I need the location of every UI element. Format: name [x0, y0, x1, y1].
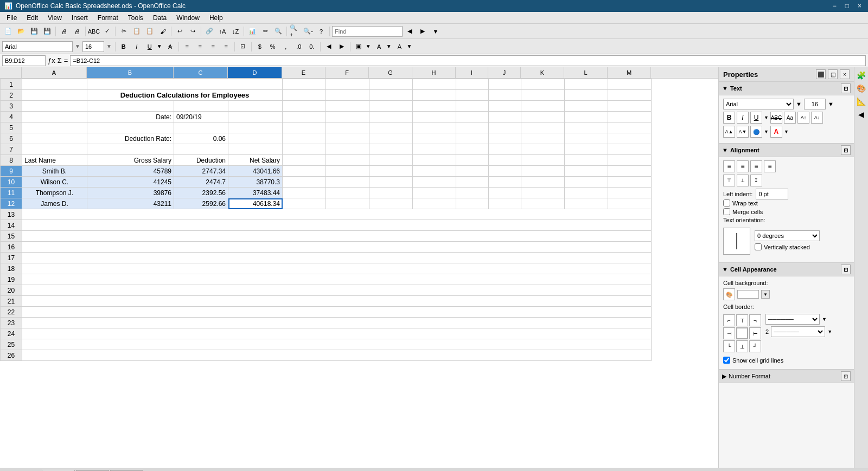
- cell-c10[interactable]: 2474.7: [174, 177, 228, 188]
- cell-appearance-section-header[interactable]: ▼ Cell Appearance ⊡: [719, 263, 854, 276]
- cell-bg-color-dropdown[interactable]: ▼: [761, 290, 770, 299]
- cell-a24[interactable]: [22, 328, 652, 339]
- row-num-7[interactable]: 7: [1, 144, 22, 155]
- menu-edit[interactable]: Edit: [22, 13, 42, 23]
- cell-e8[interactable]: [283, 155, 326, 166]
- col-header-e[interactable]: E: [282, 67, 326, 78]
- zoom-out-button[interactable]: 🔍-: [302, 25, 314, 37]
- cell-a4[interactable]: [22, 112, 87, 122]
- cell-k12[interactable]: [521, 198, 565, 209]
- cut-button[interactable]: ✂: [118, 25, 130, 37]
- wrap-text-checkbox[interactable]: [723, 199, 730, 207]
- cell-j11[interactable]: [489, 188, 521, 198]
- border-btn-tr[interactable]: ¬: [749, 314, 761, 326]
- cell-j6[interactable]: [489, 133, 521, 144]
- border-btn-top[interactable]: ⊤: [736, 314, 748, 326]
- text-abc-strikethrough[interactable]: ABC: [770, 112, 782, 124]
- strikethrough-button[interactable]: A: [164, 41, 176, 53]
- cell-i5[interactable]: [456, 122, 489, 133]
- cell-b8-grossheader[interactable]: Gross Salary: [87, 155, 174, 166]
- valign-top[interactable]: ⊤: [723, 175, 735, 186]
- text-aa-button[interactable]: Aa: [784, 112, 796, 124]
- cell-d9[interactable]: 43041.66: [228, 166, 283, 177]
- cell-e6[interactable]: [283, 133, 326, 144]
- border-arrow[interactable]: ▼: [366, 43, 371, 49]
- cell-a23[interactable]: [22, 318, 652, 328]
- cell-reference-input[interactable]: [2, 55, 46, 66]
- save-as-button[interactable]: 💾: [41, 25, 53, 37]
- cell-h7[interactable]: [413, 144, 456, 155]
- sum-icon[interactable]: Σ: [58, 56, 62, 64]
- cell-f1[interactable]: [326, 79, 369, 90]
- border-btn-bottom[interactable]: ⊥: [736, 340, 748, 352]
- cell-d4[interactable]: [228, 112, 283, 122]
- menu-data[interactable]: Data: [149, 13, 171, 23]
- orientation-select[interactable]: 0 degrees: [755, 230, 820, 241]
- cell-k7[interactable]: [521, 144, 565, 155]
- cell-a2[interactable]: [22, 90, 87, 101]
- cell-b11[interactable]: 39876: [87, 188, 174, 198]
- valign-mid[interactable]: ⊥: [737, 175, 749, 186]
- cell-j7[interactable]: [489, 144, 521, 155]
- cell-f5[interactable]: [326, 122, 369, 133]
- text-section-expand-btn[interactable]: ⊡: [841, 83, 851, 93]
- cell-b9[interactable]: 45789: [87, 166, 174, 177]
- cell-g10[interactable]: [369, 177, 413, 188]
- row-num-23[interactable]: 23: [1, 318, 22, 328]
- props-icon-2[interactable]: ◱: [828, 69, 838, 79]
- col-header-m[interactable]: M: [608, 67, 651, 78]
- help-button[interactable]: ?: [315, 25, 327, 37]
- cell-c9[interactable]: 2747.34: [174, 166, 228, 177]
- line-thickness-select[interactable]: ──────: [771, 326, 825, 337]
- row-num-15[interactable]: 15: [1, 231, 22, 242]
- row-num-21[interactable]: 21: [1, 296, 22, 307]
- find-button[interactable]: 🔍: [272, 25, 284, 37]
- align-right-prop[interactable]: ≡: [750, 160, 762, 172]
- cell-a7[interactable]: [22, 144, 87, 155]
- cell-k1[interactable]: [521, 79, 565, 90]
- menu-insert[interactable]: Insert: [67, 13, 92, 23]
- cell-a14[interactable]: [22, 220, 652, 231]
- cell-m10[interactable]: [608, 177, 652, 188]
- cell-i7[interactable]: [456, 144, 489, 155]
- col-header-l[interactable]: L: [564, 67, 608, 78]
- cell-h11[interactable]: [413, 188, 456, 198]
- draw-button[interactable]: ✏: [259, 25, 271, 37]
- row-num-6[interactable]: 6: [1, 133, 22, 144]
- cell-e4[interactable]: [283, 112, 326, 122]
- cell-m2[interactable]: [608, 90, 652, 101]
- find-input[interactable]: [332, 26, 403, 37]
- cell-a17[interactable]: [22, 253, 652, 263]
- row-num-2[interactable]: 2: [1, 90, 22, 101]
- menu-view[interactable]: View: [43, 13, 66, 23]
- bg-color-button[interactable]: A: [373, 41, 385, 53]
- save-button[interactable]: 💾: [28, 25, 40, 37]
- props-close-button[interactable]: ×: [840, 69, 850, 79]
- cell-i9[interactable]: [456, 166, 489, 177]
- find-options-button[interactable]: ▼: [430, 25, 442, 37]
- row-num-20[interactable]: 20: [1, 285, 22, 296]
- number-format-section-header[interactable]: ▶ Number Format ⊡: [719, 370, 854, 383]
- text-superscript-button[interactable]: A↑: [797, 112, 809, 124]
- border-btn-bl[interactable]: └: [723, 340, 735, 352]
- cell-a8-lastnameheader[interactable]: Last Name: [22, 155, 87, 166]
- cell-g8[interactable]: [369, 155, 413, 166]
- decimal-inc-button[interactable]: .0: [293, 41, 305, 53]
- cell-d8-netheader[interactable]: Net Salary: [228, 155, 283, 166]
- font-color-button[interactable]: A: [394, 41, 406, 53]
- cell-a6[interactable]: [22, 133, 87, 144]
- cell-g2[interactable]: [369, 90, 413, 101]
- cell-m9[interactable]: [608, 166, 652, 177]
- text-color-circle[interactable]: 🔵: [750, 126, 762, 138]
- cell-l11[interactable]: [565, 188, 608, 198]
- cell-a1[interactable]: [22, 79, 87, 90]
- cell-k6[interactable]: [521, 133, 565, 144]
- text-shade-down[interactable]: A▼: [737, 126, 749, 138]
- cell-d11[interactable]: 37483.44: [228, 188, 283, 198]
- merge-cells-checkbox[interactable]: [723, 208, 730, 215]
- copy-button[interactable]: 📋: [131, 25, 143, 37]
- cell-g4[interactable]: [369, 112, 413, 122]
- cell-l6[interactable]: [565, 133, 608, 144]
- row-num-5[interactable]: 5: [1, 122, 22, 133]
- left-indent-input[interactable]: [756, 189, 788, 199]
